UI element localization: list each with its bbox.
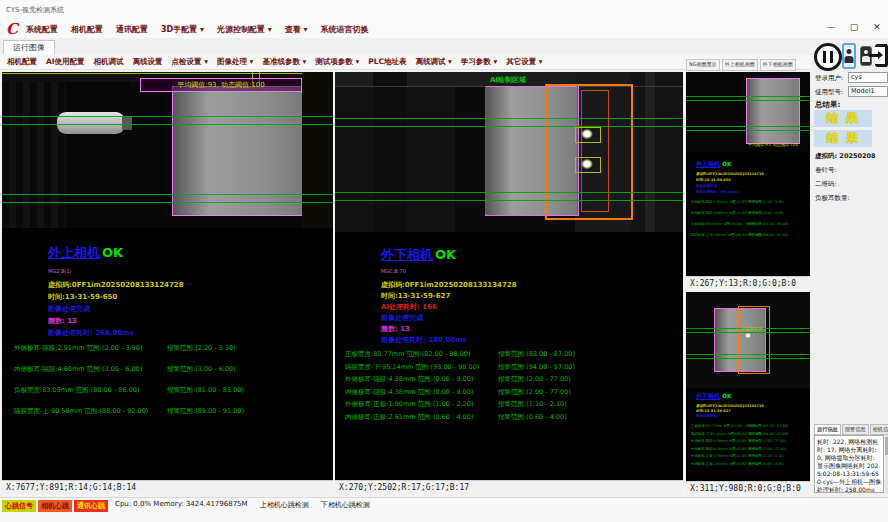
overlay-green-line [686,358,810,359]
process-done-line: 图像处理完成 [48,304,90,314]
barcode-line: 虚拟码:0FF1im20250208133124728 [48,280,184,290]
toolbar-item[interactable]: 其它设置 ▾ [506,57,542,67]
tab-lower-camera-view[interactable]: 外下相机画面 [760,59,796,71]
measurement-row: 隔膜宽度-上:90.56mm 范围:(88.00 - 92.00)报警范围:(8… [14,407,244,428]
overlay-green-line [686,354,810,355]
machine-texture [2,72,66,228]
overlay-green-line [686,96,810,97]
alarm-range: 报警范围:(2.00 - 77.00) [498,388,571,397]
thumb-bottom-panel[interactable]: AI绘制区域 外下相机OK 虚拟码:0FF1im2025020813313472… [686,292,810,495]
maximize-button[interactable]: ▢ [847,22,861,32]
alarm-range: 报警范围:(2.00 - 77.00) [748,439,786,443]
turns-line: 圈数: 13 [48,316,77,326]
user-button[interactable] [842,43,856,69]
menu-bar: C 系统配置相机配置通讯配置3D手配置 ▾光源控制配置 ▾查看 ▾系统语言切换 [0,20,888,38]
tab-alarm-info[interactable]: 报警信息 [842,424,869,435]
alarm-range: 报警范围:(81.00 - 85.00) [748,222,788,226]
toolbar-item[interactable]: PLC地址表 [368,57,406,67]
sidebar-barcode: 虚拟码: 20250208 [815,152,876,161]
heartbeat-signal-badge: 心跳信号 [2,500,36,512]
measurement-value: 隔膜宽度-上:90.56mm 范围:(88.00 - 92.00) [14,407,167,416]
thumb-bottom-text: 外下相机OK 虚拟码:0FF1im20250208133134728 时间:13… [686,388,810,481]
toolbar-items: 相机配置AI使用配置相机调试离线设置点检设置 ▾图像处理 ▾基准线参数 ▾测试项… [7,57,543,67]
measurement-list-mini: 外侧极耳-隔膜:2.91mm 范围:(2.00 - 3.50)报警范围:(2.2… [691,200,788,244]
toolbar-item[interactable]: 离线设置 [133,57,163,67]
tab-run-image[interactable]: 运行图像 [3,40,55,54]
info-tabs: 运行信息 报警信息 相机信息 [814,424,888,435]
left-camera-image[interactable]: 平均阈值:93, 动态阈值:100 [2,72,333,228]
menu-item[interactable]: 相机配置 [71,24,103,35]
measurement-value: 负极宽度:83.05mm 范围:(80.00 - 86.00) [691,222,748,226]
overlay-green-line [335,126,683,127]
alarm-range: 报警范围:(1.10 - 2.10) [498,400,567,409]
menu-item[interactable]: 系统语言切换 [321,24,369,35]
menu-item[interactable]: 通讯配置 [116,24,148,35]
toolbar-item[interactable]: 学习参数 ▾ [461,57,497,67]
person-icon-body [845,56,854,63]
mid-camera-image[interactable]: AI绘制区域 [335,72,683,232]
measurement-row: 外侧极耳-隔膜:2.91mm 范围:(2.00 - 3.50)报警范围:(2.2… [14,344,244,365]
overlay-green-line [2,124,333,125]
left-camera-panel: 平均阈值:93, 动态阈值:100 外上相机OK MG2:B(1) 虚拟码:0F… [2,72,333,494]
barcode-line: 虚拟码:0FF1im20250208133134728 [696,404,764,408]
electrode-block-mini [746,78,800,144]
alarm-range: 报警范围:(2.00 - 77.00) [498,375,571,384]
result-ok: OK [435,247,456,262]
tab-camera-info[interactable]: 相机信息 [870,424,888,435]
thumb-bottom-image[interactable]: AI绘制区域 [686,292,810,388]
toolbar-item[interactable]: AI使用配置 [46,57,85,67]
tab-ng-view[interactable]: NG画面显示 [686,59,720,71]
tab-count-label: 负极耳数量: [815,194,850,203]
logout-button[interactable] [875,44,888,67]
measurement-list-mini: 正极宽度:83.77mm 范围:(82.00 - 88.00)报警范围:(83.… [691,424,788,469]
camera-name: 外上相机 [696,160,720,167]
process-time-line: 图像处理耗时: 266.00ms [696,190,739,194]
measurement-row: 负极宽度:83.05mm 范围:(80.00 - 86.00)报警范围:(81.… [691,222,788,233]
threshold-overlay-label: 平均阈值:93, 动态阈值:100 [140,78,302,92]
run-log-text[interactable]: 耗时: 222, 网络检测耗时: 17, 网络分离耗时: 0, 网络提取分区耗时… [814,435,884,493]
thumb-top-image[interactable]: 平均阈值:93, 动态阈值:100 [686,72,810,152]
toolbar-item[interactable]: 测试项参数 ▾ [315,57,359,67]
sub-label: MG2:B(1) [48,268,72,274]
menu-item[interactable]: 光源控制配置 ▾ [217,24,272,35]
model-label: 使用型号: [815,88,843,97]
window-controls: — ▢ ✕ [824,22,884,32]
pause-button[interactable] [814,43,842,71]
alarm-range: 报警范围:(2.20 - 3.30) [748,200,784,204]
person-icon [864,50,868,54]
overlay-green-line [335,192,683,193]
menu-item[interactable]: 系统配置 [26,24,58,35]
camera-result-heading: 外下相机OK [696,392,732,401]
alarm-range: 报警范围:(83.00 - 87.00) [498,350,575,359]
thumbnail-view-tabs: NG画面显示 外上相机画面 外下相机画面 [686,59,810,71]
toolbar-item[interactable]: 离线调试 ▾ [415,57,451,67]
menu-item[interactable]: 查看 ▾ [285,24,308,35]
tab-upper-camera-view[interactable]: 外上相机画面 [722,59,758,71]
person-icon [847,49,852,54]
tab-run-info[interactable]: 运行信息 [814,424,841,435]
model-field[interactable]: Model1 [848,86,888,97]
machine-right [631,72,683,232]
toolbar-item[interactable]: 相机调试 [94,57,124,67]
camera-heartbeat-badge: 相机心跳 [38,500,72,512]
close-button[interactable]: ✕ [870,22,884,32]
thumb-top-panel[interactable]: 平均阈值:93, 动态阈值:100 外上相机OK 虚拟码:0FF1im20250… [686,72,810,290]
toolbar-item[interactable]: 点检设置 ▾ [172,57,208,67]
toolbar-item[interactable]: 相机配置 [7,57,37,67]
camera-name: 外下相机 [696,392,720,399]
ai-region-overlay-label: AI绘制区域 [490,75,526,85]
thumb-bottom-pixel-status: X:311;Y:980;R:0;G:0;B:0 [686,481,810,495]
overlay-green-vline [485,86,486,214]
toolbar-item[interactable]: 图像处理 ▾ [217,57,253,67]
toolbar-item[interactable]: 基准线参数 ▾ [262,57,306,67]
measurement-value: 负极宽度:83.05mm 范围:(80.00 - 86.00) [14,386,167,395]
alarm-range: 报警范围:(89.00 - 91.00) [748,233,788,237]
minimize-button[interactable]: — [824,22,838,32]
measurement-value: 内侧极耳-隔膜:4.60mm 范围:(3.00 - 6.00) [691,211,748,215]
measurement-value: 隔膜宽度-上:90.56mm 范围:(88.00 - 92.00) [691,233,748,237]
right-sidebar: 登录用户: cys 使用型号: Model1 总结果: 结 果 结 果 虚拟码:… [812,40,888,497]
overlay-green-line [2,194,333,195]
bright-spot [744,332,752,339]
menu-item[interactable]: 3D手配置 ▾ [161,24,204,35]
login-user-field[interactable]: cys [848,72,888,83]
